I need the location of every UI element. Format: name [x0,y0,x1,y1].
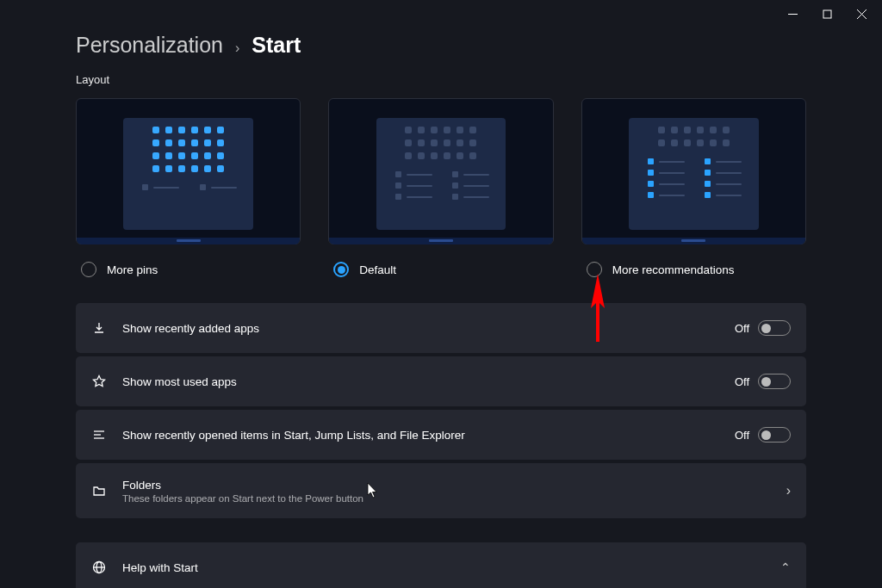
layout-preview-more-pins[interactable] [76,98,301,244]
toggle-switch[interactable] [758,374,791,389]
chevron-right-icon: › [235,40,239,56]
radio-icon [587,262,602,277]
layout-preview-default[interactable] [328,98,553,244]
download-icon [91,321,107,335]
radio-label: Default [359,263,396,276]
toggle-state: Off [735,322,749,335]
layout-radio-row: More pins Default More recommendations [76,262,806,277]
layout-options [76,98,806,244]
folder-icon [91,484,107,498]
close-button[interactable] [856,9,866,19]
radio-icon [333,262,349,277]
list-icon [91,428,107,442]
setting-subtitle: These folders appear on Start next to th… [122,493,771,504]
setting-recent-apps[interactable]: Show recently added apps Off [76,303,806,353]
star-icon [91,374,107,388]
toggle-switch[interactable] [758,320,791,336]
layout-section-label: Layout [76,73,806,86]
setting-title: Help with Start [122,561,765,574]
radio-more-pins[interactable]: More pins [76,262,301,277]
layout-preview-more-recommendations[interactable] [581,98,806,244]
maximize-button[interactable] [822,9,832,19]
breadcrumb-current: Start [252,33,301,58]
radio-more-recommendations[interactable]: More recommendations [581,262,806,277]
chevron-right-icon: › [786,483,791,498]
setting-title: Folders [122,479,771,492]
breadcrumb: Personalization › Start [76,33,806,58]
chevron-up-icon: ⌃ [780,560,791,574]
svg-rect-1 [823,10,831,18]
breadcrumb-parent[interactable]: Personalization [76,33,223,58]
toggle-state: Off [735,429,749,442]
radio-icon [81,262,96,277]
radio-label: More recommendations [612,263,735,276]
globe-icon [91,560,107,574]
setting-title: Show recently added apps [122,322,719,335]
toggle-state: Off [735,375,749,388]
radio-default[interactable]: Default [328,262,553,277]
setting-folders[interactable]: Folders These folders appear on Start ne… [76,463,806,518]
setting-help[interactable]: Help with Start ⌃ [76,542,806,588]
setting-recent-items[interactable]: Show recently opened items in Start, Jum… [76,410,806,460]
radio-label: More pins [107,263,158,276]
titlebar [0,0,882,24]
minimize-button[interactable] [787,9,798,19]
setting-title: Show most used apps [122,375,719,388]
setting-most-used[interactable]: Show most used apps Off [76,356,806,406]
toggle-switch[interactable] [758,427,791,443]
setting-title: Show recently opened items in Start, Jum… [122,429,719,442]
